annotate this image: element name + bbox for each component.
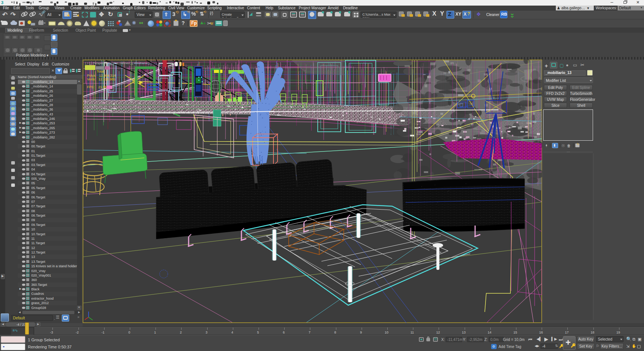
svg-text:Polys: 12.904.314: Polys: 12.904.314 [87,74,116,77]
svg-text:FPS: 21,99: FPS: 21,99 [87,85,107,89]
svg-text:[ + ] [ Perspective ] [ User D: [ + ] [ Perspective ] [ User Defined ] [… [85,61,149,65]
svg-text:Total: Total [97,70,104,73]
svg-text:Verts: 12.310.985: Verts: 12.310.985 [87,77,115,81]
